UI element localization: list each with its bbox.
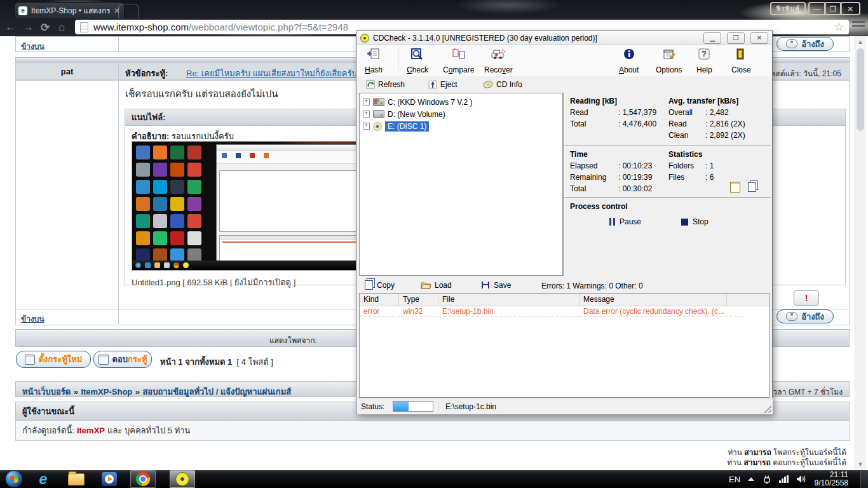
permissions-line-2: ท่าน สามารถ ตอบกระทู้ในบอร์ดนี้ได้ bbox=[572, 456, 846, 468]
about-icon bbox=[623, 48, 635, 60]
col-message[interactable]: Message bbox=[580, 294, 727, 306]
media-player-icon bbox=[102, 472, 117, 486]
browser-menu-icon[interactable] bbox=[852, 21, 865, 35]
tree-expander[interactable]: + bbox=[363, 123, 370, 130]
drive-icon bbox=[373, 110, 384, 118]
about-button[interactable]: About bbox=[616, 47, 641, 76]
back-button[interactable]: ← bbox=[5, 21, 16, 34]
column-divider bbox=[118, 309, 119, 324]
forward-button[interactable]: → bbox=[23, 21, 34, 34]
language-indicator[interactable]: EN bbox=[729, 475, 740, 484]
scroll-down-arrow[interactable]: ▼ bbox=[857, 461, 864, 468]
recover-button[interactable]: Recover bbox=[482, 47, 515, 76]
refresh-button[interactable]: Refresh bbox=[366, 78, 405, 91]
pagination: หน้า 1 จากทั้งหมด 1 [ 4 โพสต์ ] bbox=[160, 355, 273, 369]
scrollbar-thumb[interactable] bbox=[857, 48, 864, 131]
breadcrumb-forum[interactable]: สอบถามข้อมูลทั่วไป / แจ้งปัญหาแผ่นเกมส์ bbox=[142, 387, 291, 396]
new-tab-button[interactable] bbox=[118, 4, 139, 18]
stop-button[interactable]: Stop bbox=[681, 217, 709, 226]
status-current-file: E:\setup-1c.bin bbox=[438, 402, 500, 411]
cdcheck-minimize-button[interactable]: ▁ bbox=[703, 32, 721, 44]
volume-icon[interactable] bbox=[796, 475, 807, 484]
eject-button[interactable]: Eject bbox=[428, 78, 458, 91]
clock[interactable]: 21:119/10/2558 bbox=[815, 471, 848, 487]
top-link[interactable]: ข้างบน bbox=[21, 313, 44, 325]
cdcheck-window: CDCheck - 3.1.14.0 [UNREGISTERED (30 day… bbox=[356, 30, 773, 414]
taskbar-chrome-button[interactable] bbox=[130, 470, 156, 488]
check-button[interactable]: Check bbox=[404, 47, 431, 76]
column-divider bbox=[118, 81, 119, 309]
attachment-caption: Untitled1.png [ 692.58 KiB | ยังไม่มีการ… bbox=[132, 276, 295, 289]
col-kind[interactable]: Kind bbox=[360, 294, 399, 306]
drive-item-d[interactable]: + D: (New Volume) bbox=[360, 108, 562, 120]
home-button[interactable]: ⌂ bbox=[58, 21, 65, 34]
col-file[interactable]: File bbox=[438, 294, 580, 306]
cdcheck-titlebar[interactable]: CDCheck - 3.1.14.0 [UNREGISTERED (30 day… bbox=[356, 31, 772, 45]
section-divider bbox=[564, 197, 771, 198]
site-favicon-icon: e bbox=[18, 6, 27, 15]
quote-button[interactable]: ❞ อ้างถึง bbox=[776, 309, 834, 323]
online-user-link[interactable]: ItemXP bbox=[77, 426, 105, 435]
hidden-icons-arrow[interactable] bbox=[748, 477, 754, 481]
column-divider bbox=[118, 63, 119, 79]
drive-item-c[interactable]: + C: (KKD Windows 7 V.2 ) bbox=[360, 96, 562, 108]
browser-close-button[interactable]: ✕ bbox=[840, 2, 860, 15]
paste-stats-icon[interactable] bbox=[730, 182, 740, 193]
pause-button[interactable]: Pause bbox=[609, 217, 641, 226]
taskbar-ie-button[interactable]: e bbox=[31, 471, 55, 487]
browser-restore-button[interactable]: ❐ bbox=[824, 2, 842, 15]
cd-info-button[interactable]: CD Info bbox=[483, 78, 522, 91]
hash-button[interactable]: Hash bbox=[362, 47, 385, 76]
col-type[interactable]: Type bbox=[399, 294, 438, 306]
taskbar-media-player-button[interactable] bbox=[97, 471, 121, 487]
copy-errors-button[interactable]: Copy bbox=[365, 279, 395, 291]
internet-explorer-icon: e bbox=[39, 472, 48, 486]
drive-item-e[interactable]: + E: (DISC 1) bbox=[360, 120, 562, 132]
load-button[interactable]: Load bbox=[421, 279, 452, 291]
statistics-header: Statistics bbox=[668, 150, 702, 159]
taskbar-explorer-button[interactable] bbox=[64, 471, 88, 487]
top-link[interactable]: ข้างบน bbox=[21, 40, 44, 52]
network-signal-icon[interactable] bbox=[779, 475, 789, 483]
cdcheck-statusbar: Status: E:\setup-1c.bin bbox=[357, 398, 773, 414]
chrome-icon bbox=[136, 472, 150, 486]
errors-toolbar: Copy Load Save Errors: 1 Warnings: 0 Oth… bbox=[357, 276, 771, 294]
breadcrumb-home[interactable]: หน้าเว็บบอร์ด bbox=[22, 387, 71, 396]
reload-button[interactable]: ⟳ bbox=[41, 21, 50, 34]
drive-tree: + C: (KKD Windows 7 V.2 ) + D: (New Volu… bbox=[359, 93, 563, 276]
browser-tab[interactable]: e ItemXP-Shop • แสดงกระทู้ ✕ bbox=[14, 2, 125, 18]
options-button[interactable]: Options bbox=[653, 47, 684, 76]
reply-button[interactable]: ตอบกระทู้ bbox=[93, 351, 152, 368]
browser-minimize-button[interactable]: — bbox=[808, 2, 826, 15]
help-button[interactable]: ? Help bbox=[694, 47, 715, 76]
cd-info-icon bbox=[483, 80, 493, 89]
cd-icon bbox=[175, 472, 189, 486]
copy-stats-icon[interactable] bbox=[748, 182, 756, 192]
taskbar-cdcheck-button[interactable] bbox=[170, 470, 195, 488]
tree-expander[interactable]: + bbox=[363, 98, 370, 105]
error-row[interactable]: error win32 E:\setup-1b.bin Data error (… bbox=[360, 306, 769, 317]
resize-grip[interactable] bbox=[764, 405, 771, 413]
bookmark-star-icon[interactable]: ☆ bbox=[834, 20, 844, 34]
process-control-header: Process control bbox=[570, 202, 628, 211]
save-button[interactable]: Save bbox=[481, 279, 511, 291]
start-button[interactable] bbox=[6, 471, 22, 487]
report-button[interactable]: ! bbox=[794, 290, 819, 306]
breadcrumb-board[interactable]: ItemXP-Shop bbox=[81, 387, 132, 396]
subject-link[interactable]: Re: เคยมีไหมครับ แผ่นเสียส่งมาใหม่ก็ยังเ… bbox=[186, 67, 357, 80]
cdcheck-close-button[interactable]: ✕ bbox=[750, 32, 768, 44]
scroll-up-arrow[interactable]: ▲ bbox=[857, 38, 864, 46]
avg-transfer-header: Avg. transfer [kB/s] bbox=[668, 97, 738, 105]
display-posts-label: แสดงโพสจาก: bbox=[269, 334, 317, 346]
power-plug-icon[interactable] bbox=[762, 475, 771, 484]
show-desktop-button[interactable] bbox=[860, 470, 868, 488]
new-topic-button[interactable]: ตั้งกระทู้ใหม่ bbox=[16, 351, 91, 368]
tree-expander[interactable]: + bbox=[363, 111, 370, 118]
subject-label: หัวข้อกระทู้: bbox=[125, 67, 168, 80]
cdcheck-restore-button[interactable]: ❐ bbox=[727, 32, 745, 44]
compare-button[interactable]: Compare bbox=[440, 47, 477, 76]
hash-icon bbox=[367, 48, 380, 60]
quote-button[interactable]: ❞ อ้างถึง bbox=[776, 37, 834, 51]
windows-logo-icon bbox=[10, 475, 18, 483]
close-button[interactable]: Close bbox=[729, 47, 754, 76]
